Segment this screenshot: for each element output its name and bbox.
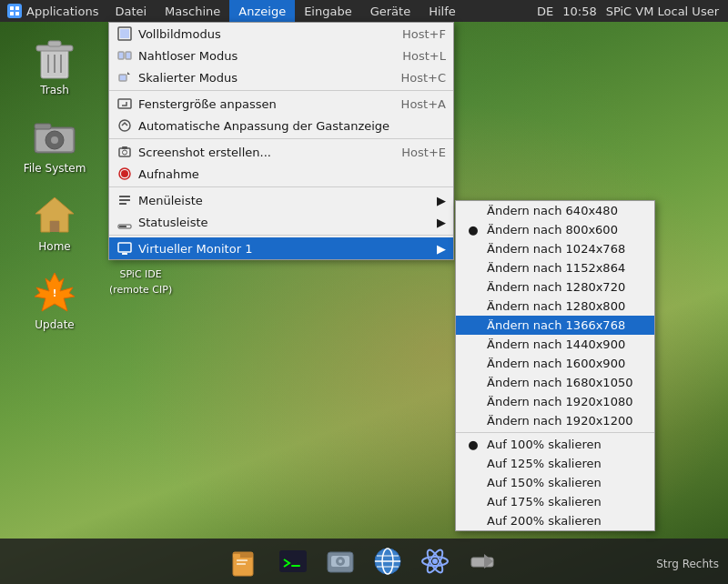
submenu-1680[interactable]: Ändern nach 1680x1050 xyxy=(456,373,654,392)
submenu-scale150[interactable]: Auf 150% skalieren xyxy=(456,473,654,492)
svg-rect-7 xyxy=(48,41,61,46)
res1280-720-label: Ändern nach 1280x720 xyxy=(487,280,625,294)
scale200-label: Auf 200% skalieren xyxy=(487,514,602,528)
statusleiste-label: Statusleiste xyxy=(138,216,431,229)
menu-maschine[interactable]: Maschine xyxy=(156,0,229,22)
menu-skaliert[interactable]: Skalierter Modus Host+C xyxy=(109,66,453,88)
user-label: SPiC VM Local User xyxy=(606,5,719,18)
svg-rect-16 xyxy=(50,221,59,232)
res1440-label: Ändern nach 1440x900 xyxy=(487,337,625,351)
menu-anzeige[interactable]: Anzeige xyxy=(229,0,295,22)
check-1440 xyxy=(467,337,480,351)
res1920-1200-label: Ändern nach 1920x1200 xyxy=(487,414,632,428)
aufnahme-icon xyxy=(116,166,133,182)
submenu-800[interactable]: ● Ändern nach 800x600 xyxy=(456,220,654,239)
menu-autoanpassung[interactable]: Automatische Anpassung der Gastanzeige xyxy=(109,115,453,136)
skaliert-label: Skalierter Modus xyxy=(138,71,368,85)
taskbar-atom[interactable] xyxy=(413,542,457,580)
scale150-label: Auf 150% skalieren xyxy=(487,476,602,489)
submenu-scale175[interactable]: Auf 175% skalieren xyxy=(456,492,654,511)
svg-rect-28 xyxy=(119,75,126,81)
menu-vollbildmodus[interactable]: Vollbildmodus Host+F xyxy=(109,23,453,45)
nahtlos-label: Nahtloser Modus xyxy=(138,49,369,63)
home-icon-item[interactable]: Home xyxy=(18,193,91,253)
taskbar-disks[interactable] xyxy=(318,542,362,580)
svg-text:!: ! xyxy=(53,288,57,298)
submenu-1366[interactable]: Ändern nach 1366x768 xyxy=(456,316,654,335)
menu-eingabe[interactable]: Eingabe xyxy=(295,0,361,22)
svg-point-32 xyxy=(123,150,127,155)
nahtlos-icon xyxy=(116,47,133,64)
check-scale175 xyxy=(467,495,480,508)
menu-geraete[interactable]: Geräte xyxy=(361,0,420,22)
menu-datei[interactable]: Datei xyxy=(106,0,156,22)
menu-screenshot[interactable]: Screenshot erstellen... Host+E xyxy=(109,141,453,163)
apps-icon xyxy=(7,4,22,18)
check-scale200 xyxy=(467,514,480,528)
svg-rect-45 xyxy=(233,554,240,558)
filesystem-label: File System xyxy=(24,162,86,175)
update-icon-item[interactable]: ! Update xyxy=(18,271,91,331)
svg-point-62 xyxy=(432,559,438,564)
submenu-1440[interactable]: Ändern nach 1440x900 xyxy=(456,335,654,354)
clock: 10:58 xyxy=(562,5,596,18)
applications-button[interactable]: Applications xyxy=(0,0,106,22)
menu-statusleiste[interactable]: Statusleiste ▶ xyxy=(109,211,453,233)
res1920-1080-label: Ändern nach 1920x1080 xyxy=(487,395,632,408)
vollbildmodus-label: Vollbildmodus xyxy=(138,27,369,41)
svg-point-30 xyxy=(119,120,130,131)
submenu-1280-800[interactable]: Ändern nach 1280x800 xyxy=(456,297,654,316)
taskbar-extra[interactable] xyxy=(460,542,504,580)
sep2 xyxy=(109,138,453,139)
statusleiste-icon xyxy=(116,214,133,230)
submenu-1600[interactable]: Ändern nach 1600x900 xyxy=(456,354,654,373)
submenu-640[interactable]: Ändern nach 640x480 xyxy=(456,201,654,220)
filesystem-icon-item[interactable]: File System xyxy=(18,115,91,175)
nahtlos-shortcut: Host+L xyxy=(375,49,446,63)
check-1280-720 xyxy=(467,280,480,294)
fenstergroesse-shortcut: Host+A xyxy=(374,97,446,111)
locale-indicator: DE xyxy=(537,5,553,18)
spic-label-line2: (remote CIP) xyxy=(109,284,172,296)
svg-rect-2 xyxy=(10,12,14,15)
menu-hilfe[interactable]: Hilfe xyxy=(420,0,465,22)
sep3 xyxy=(109,186,453,187)
update-icon-image: ! xyxy=(33,271,76,315)
submenu-1920-1200[interactable]: Ändern nach 1920x1200 xyxy=(456,411,654,430)
menu-menueleiste[interactable]: Menüleiste ▶ xyxy=(109,189,453,211)
submenu-1024[interactable]: Ändern nach 1024x768 xyxy=(456,239,654,258)
svg-point-53 xyxy=(339,559,342,563)
menubar: Applications Datei Maschine Anzeige Eing… xyxy=(0,0,728,22)
svg-rect-46 xyxy=(237,559,248,561)
trash-icon-item[interactable]: Trash xyxy=(18,36,91,96)
submenu-1920-1080[interactable]: Ändern nach 1920x1080 xyxy=(456,392,654,411)
anzeige-menu: Vollbildmodus Host+F Nahtloser Modus Hos… xyxy=(108,22,454,260)
check-1920-1200 xyxy=(467,414,480,428)
menu-virt-monitor[interactable]: Virtueller Monitor 1 ▶ xyxy=(109,237,453,259)
svg-rect-1 xyxy=(15,6,19,10)
svg-rect-40 xyxy=(119,226,126,227)
res1680-label: Ändern nach 1680x1050 xyxy=(487,376,632,389)
svg-rect-27 xyxy=(126,52,131,59)
check-scale125 xyxy=(467,457,480,470)
taskbar-files[interactable] xyxy=(224,542,268,580)
screenshot-shortcut: Host+E xyxy=(374,146,446,159)
svg-point-34 xyxy=(121,170,128,177)
menueleiste-label: Menüleiste xyxy=(138,194,431,207)
submenu-scale100[interactable]: ● Auf 100% skalieren xyxy=(456,435,654,454)
svg-rect-15 xyxy=(35,124,51,129)
menu-fenstergroesse[interactable]: Fenstergröße anpassen Host+A xyxy=(109,93,453,115)
taskbar-terminal[interactable] xyxy=(271,542,315,580)
submenu-1152[interactable]: Ändern nach 1152x864 xyxy=(456,258,654,277)
svg-rect-0 xyxy=(10,6,14,10)
submenu-scale200[interactable]: Auf 200% skalieren xyxy=(456,511,654,530)
check-scale150 xyxy=(467,476,480,489)
taskbar-browser[interactable] xyxy=(366,542,410,580)
submenu-1280-720[interactable]: Ändern nach 1280x720 xyxy=(456,277,654,297)
svg-point-14 xyxy=(51,136,58,144)
menu-aufnahme[interactable]: Aufnahme xyxy=(109,163,453,185)
menu-nahtlos[interactable]: Nahtloser Modus Host+L xyxy=(109,45,453,66)
desktop: Applications Datei Maschine Anzeige Eing… xyxy=(0,0,728,584)
home-label: Home xyxy=(38,240,70,253)
submenu-scale125[interactable]: Auf 125% skalieren xyxy=(456,454,654,473)
